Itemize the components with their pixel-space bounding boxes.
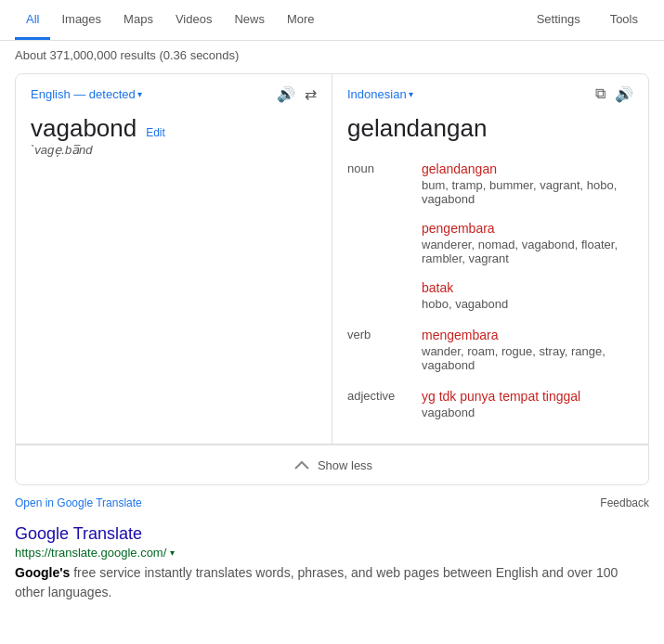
nav-tabs: All Images Maps Videos News More bbox=[15, 0, 326, 40]
def-primary: yg tdk punya tempat tinggal bbox=[422, 389, 633, 404]
results-count: About 371,000,000 results (0.36 seconds) bbox=[0, 41, 664, 70]
def-primary: mengembara bbox=[422, 328, 633, 342]
source-lang-header: English — detected ▾ 🔊 ⇄ bbox=[31, 85, 317, 103]
show-less-label: Show less bbox=[318, 458, 372, 472]
tab-settings[interactable]: Settings bbox=[526, 12, 592, 29]
def-cell: pengembarawanderer, nomad, vagabond, flo… bbox=[422, 217, 633, 269]
source-lang-icons: 🔊 ⇄ bbox=[277, 85, 317, 103]
tab-tools[interactable]: Tools bbox=[599, 12, 649, 29]
target-lang-dropdown-icon: ▾ bbox=[409, 89, 413, 99]
translate-left-panel: English — detected ▾ 🔊 ⇄ vagabond Edit `… bbox=[16, 74, 332, 444]
pos-cell bbox=[347, 217, 422, 269]
def-synonyms: bum, tramp, bummer, vagrant, hobo, vagab… bbox=[422, 178, 633, 206]
pos-spacer-row bbox=[347, 423, 633, 432]
snippet-rest: free service instantly translates words,… bbox=[15, 565, 618, 599]
result-url: https://translate.google.com/ ▾ bbox=[15, 546, 649, 560]
target-lang-header: Indonesian ▾ ⧉ 🔊 bbox=[347, 85, 633, 103]
top-navigation: All Images Maps Videos News More Setting… bbox=[0, 0, 664, 41]
target-word: gelandangan bbox=[347, 114, 633, 143]
pronunciation: `vage̦.ba̅nd bbox=[31, 143, 317, 157]
source-lang-label: English — detected bbox=[31, 87, 136, 101]
show-less-button[interactable]: Show less bbox=[16, 444, 648, 484]
translate-panels: English — detected ▾ 🔊 ⇄ vagabond Edit `… bbox=[16, 74, 648, 444]
search-result: Google Translate https://translate.googl… bbox=[0, 517, 664, 610]
result-url-dropdown-icon[interactable]: ▾ bbox=[170, 547, 175, 558]
spacer-row bbox=[347, 210, 633, 217]
pos-spacer-row bbox=[347, 315, 633, 324]
tab-news[interactable]: News bbox=[223, 0, 276, 40]
pos-cell bbox=[347, 277, 422, 315]
tab-videos[interactable]: Videos bbox=[164, 0, 224, 40]
source-word-container: vagabond Edit bbox=[31, 114, 317, 143]
def-cell: gelandanganbum, tramp, bummer, vagrant, … bbox=[422, 158, 633, 210]
def-primary: gelandangan bbox=[422, 161, 633, 176]
def-primary: batak bbox=[422, 280, 633, 295]
source-lang-dropdown-icon: ▾ bbox=[137, 89, 142, 99]
tab-images[interactable]: Images bbox=[50, 0, 112, 40]
target-speaker-icon[interactable]: 🔊 bbox=[615, 85, 633, 103]
def-synonyms: hobo, vagabond bbox=[422, 297, 633, 311]
copy-icon[interactable]: ⧉ bbox=[595, 85, 605, 103]
def-primary: pengembara bbox=[422, 221, 633, 236]
translate-card: English — detected ▾ 🔊 ⇄ vagabond Edit `… bbox=[15, 73, 649, 485]
result-url-text: https://translate.google.com/ bbox=[15, 546, 166, 560]
pos-spacer-row bbox=[347, 376, 633, 385]
tab-all[interactable]: All bbox=[15, 0, 50, 40]
tab-more[interactable]: More bbox=[276, 0, 326, 40]
def-cell: yg tdk punya tempat tinggalvagabond bbox=[422, 385, 633, 423]
settings-area: Settings Tools bbox=[526, 12, 649, 29]
target-lang-icons: ⧉ 🔊 bbox=[595, 85, 633, 103]
translate-right-panel: Indonesian ▾ ⧉ 🔊 gelandangan noungelanda… bbox=[332, 74, 648, 444]
def-cell: mengembarawander, roam, rogue, stray, ra… bbox=[422, 324, 633, 376]
result-title-link[interactable]: Google Translate bbox=[15, 524, 649, 544]
pos-cell: adjective bbox=[347, 385, 422, 423]
target-lang-selector[interactable]: Indonesian ▾ bbox=[347, 87, 413, 101]
card-links-row: Open in Google Translate Feedback bbox=[0, 493, 664, 517]
table-row: noungelandanganbum, tramp, bummer, vagra… bbox=[347, 158, 633, 210]
definitions-table: noungelandanganbum, tramp, bummer, vagra… bbox=[347, 158, 633, 432]
table-row: adjectiveyg tdk punya tempat tinggalvaga… bbox=[347, 385, 633, 423]
spacer-row bbox=[347, 269, 633, 277]
snippet-bold: Google's bbox=[15, 565, 70, 580]
table-row: pengembarawanderer, nomad, vagabond, flo… bbox=[347, 217, 633, 269]
def-synonyms: vagabond bbox=[422, 406, 633, 419]
source-word: vagabond bbox=[31, 114, 137, 142]
swap-languages-icon[interactable]: ⇄ bbox=[305, 85, 317, 103]
tab-maps[interactable]: Maps bbox=[112, 0, 164, 40]
source-speaker-icon[interactable]: 🔊 bbox=[277, 85, 295, 103]
pos-cell: noun bbox=[347, 158, 422, 210]
def-cell: batakhobo, vagabond bbox=[422, 277, 633, 315]
table-row: batakhobo, vagabond bbox=[347, 277, 633, 315]
table-row: verbmengembarawander, roam, rogue, stray… bbox=[347, 324, 633, 376]
def-synonyms: wander, roam, rogue, stray, range, vagab… bbox=[422, 344, 633, 372]
target-lang-label: Indonesian bbox=[347, 87, 407, 101]
def-synonyms: wanderer, nomad, vagabond, floater, ramb… bbox=[422, 238, 633, 265]
result-snippet: Google's free service instantly translat… bbox=[15, 563, 649, 602]
open-in-translate-link[interactable]: Open in Google Translate bbox=[15, 496, 142, 509]
feedback-link[interactable]: Feedback bbox=[600, 496, 649, 509]
edit-link[interactable]: Edit bbox=[146, 126, 165, 139]
chevron-up-icon bbox=[292, 455, 312, 475]
pos-cell: verb bbox=[347, 324, 422, 376]
source-lang-selector[interactable]: English — detected ▾ bbox=[31, 87, 142, 101]
